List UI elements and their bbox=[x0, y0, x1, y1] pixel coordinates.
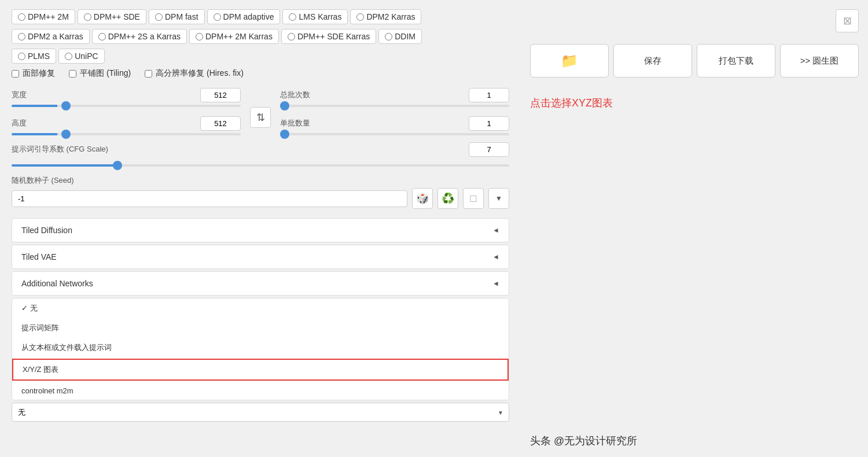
sampler-row-2: DPM2 a Karras DPM++ 2S a Karras DPM++ 2M… bbox=[12, 29, 509, 44]
width-value[interactable] bbox=[200, 88, 241, 102]
generate-button[interactable]: >> 圆生图 bbox=[780, 44, 859, 78]
seed-label: 随机数种子 (Seed) bbox=[12, 175, 509, 186]
save-button[interactable]: 保存 bbox=[613, 44, 692, 78]
width-label-row: 宽度 bbox=[12, 88, 241, 102]
watermark-text: 头条 @无为设计研究所 bbox=[530, 434, 859, 448]
sampler-unipc[interactable]: UniPC bbox=[58, 49, 104, 64]
seed-recycle-button[interactable]: 🎲 bbox=[412, 188, 433, 209]
height-value[interactable] bbox=[200, 116, 241, 131]
sampler-dpm2karras[interactable]: DPM2 Karras bbox=[350, 9, 421, 24]
annotation-text: 点击选择XYZ图表 bbox=[530, 96, 859, 110]
dimension-sliders: 宽度 高度 ⇅ 总批次数 单批数量 bbox=[12, 88, 509, 135]
batch-count-label: 总批次数 bbox=[280, 90, 310, 100]
options-checkboxes: 面部修复 平铺图 (Tiling) 高分辨率修复 (Hires. fix) bbox=[12, 68, 509, 79]
tiled-diffusion-header[interactable]: Tiled Diffusion ◄ bbox=[12, 219, 509, 242]
tiled-diffusion-section: Tiled Diffusion ◄ bbox=[12, 218, 509, 242]
batch-col: 总批次数 单批数量 bbox=[280, 88, 509, 135]
clear-icon: □ bbox=[470, 193, 477, 205]
package-download-button[interactable]: 打包下载 bbox=[697, 44, 775, 78]
cfg-scale-section: 提示词引导系数 (CFG Scale) bbox=[12, 142, 509, 168]
height-slider[interactable] bbox=[12, 133, 241, 135]
script-select-wrapper: 无 bbox=[12, 403, 509, 422]
sampler-dpmadaptive[interactable]: DPM adaptive bbox=[207, 9, 281, 24]
tiled-vae-header[interactable]: Tiled VAE ◄ bbox=[12, 245, 509, 268]
cfg-scale-label: 提示词引导系数 (CFG Scale) bbox=[12, 144, 108, 154]
tiling-checkbox[interactable]: 平铺图 (Tiling) bbox=[69, 68, 131, 79]
seed-reuse-button[interactable]: ♻️ bbox=[437, 188, 458, 209]
tiled-vae-arrow-icon: ◄ bbox=[492, 253, 499, 261]
tiled-vae-section: Tiled VAE ◄ bbox=[12, 245, 509, 269]
top-right-area: ⊠ bbox=[530, 9, 859, 32]
tiled-diffusion-label: Tiled Diffusion bbox=[21, 226, 72, 235]
script-select-row: 无 bbox=[12, 403, 509, 422]
sampler-dpmsde[interactable]: DPM++ SDE bbox=[78, 9, 146, 24]
batch-count-slider[interactable] bbox=[280, 105, 509, 107]
width-label: 宽度 bbox=[12, 90, 27, 100]
menu-item-xyz-chart[interactable]: X/Y/Z 图表 bbox=[12, 359, 509, 381]
menu-item-load-from-text[interactable]: 从文本框或文件载入提示词 bbox=[12, 338, 509, 358]
folder-button[interactable]: 📁 bbox=[530, 44, 609, 78]
image-icon: ⊠ bbox=[843, 14, 852, 27]
batch-count-value[interactable] bbox=[469, 88, 509, 102]
additional-networks-label: Additional Networks bbox=[21, 279, 93, 288]
seed-input[interactable] bbox=[12, 190, 407, 207]
menu-item-none[interactable]: 无 bbox=[12, 298, 509, 318]
main-layout: DPM++ 2M DPM++ SDE DPM fast DPM adaptive… bbox=[0, 0, 868, 457]
sampler-dpm2akarras[interactable]: DPM2 a Karras bbox=[12, 29, 90, 44]
batch-size-value[interactable] bbox=[469, 116, 509, 131]
left-panel: DPM++ 2M DPM++ SDE DPM fast DPM adaptive… bbox=[0, 0, 521, 457]
sampler-dpmsdekarras[interactable]: DPM++ SDE Karras bbox=[281, 29, 376, 44]
sampler-dpm2sakarras[interactable]: DPM++ 2S a Karras bbox=[92, 29, 187, 44]
additional-networks-arrow-icon: ◄ bbox=[492, 279, 499, 288]
right-panel: ⊠ 📁 保存 打包下载 >> 圆生图 点击选择XYZ图表 头条 @无为设计研究所 bbox=[521, 0, 868, 457]
menu-item-prompt-matrix[interactable]: 提示词矩阵 bbox=[12, 318, 509, 338]
seed-extra-dropdown[interactable]: ▼ bbox=[488, 188, 509, 209]
additional-networks-header[interactable]: Additional Networks ◄ bbox=[12, 272, 509, 295]
height-label: 高度 bbox=[12, 118, 27, 128]
sampler-dpm2mkarras[interactable]: DPM++ 2M Karras bbox=[189, 29, 279, 44]
script-dropdown-menu: 无 提示词矩阵 从文本框或文件载入提示词 X/Y/Z 图表 controlnet… bbox=[12, 298, 509, 400]
tiled-vae-label: Tiled VAE bbox=[21, 252, 57, 261]
cfg-scale-slider[interactable] bbox=[12, 164, 509, 167]
additional-networks-section: Additional Networks ◄ bbox=[12, 271, 509, 296]
sampler-ddim[interactable]: DDIM bbox=[378, 29, 422, 44]
chevron-down-icon: ▼ bbox=[495, 194, 502, 202]
seed-section: 随机数种子 (Seed) 🎲 ♻️ □ ▼ bbox=[12, 175, 509, 209]
hires-fix-checkbox[interactable]: 高分辨率修复 (Hires. fix) bbox=[145, 68, 244, 79]
folder-icon: 📁 bbox=[561, 53, 578, 69]
recycle-icon: 🎲 bbox=[416, 192, 429, 205]
batch-size-slider[interactable] bbox=[280, 133, 509, 135]
seed-row: 🎲 ♻️ □ ▼ bbox=[12, 188, 509, 209]
swap-dimensions-button[interactable]: ⇅ bbox=[250, 107, 271, 128]
face-restore-checkbox[interactable]: 面部修复 bbox=[12, 68, 55, 79]
sampler-row-3: PLMS UniPC bbox=[12, 49, 509, 64]
sampler-plms[interactable]: PLMS bbox=[12, 49, 56, 64]
action-buttons: 📁 保存 打包下载 >> 圆生图 bbox=[530, 44, 859, 78]
image-preview-placeholder: ⊠ bbox=[836, 9, 859, 32]
sampler-lmskarras[interactable]: LMS Karras bbox=[282, 9, 348, 24]
width-col: 宽度 高度 bbox=[12, 88, 241, 135]
sampler-row-1: DPM++ 2M DPM++ SDE DPM fast DPM adaptive… bbox=[12, 9, 509, 24]
batch-size-label: 单批数量 bbox=[280, 118, 310, 128]
sampler-dpm2m[interactable]: DPM++ 2M bbox=[12, 9, 75, 24]
sampler-dpmfast[interactable]: DPM fast bbox=[149, 9, 205, 24]
seed-clear-button[interactable]: □ bbox=[463, 188, 484, 209]
width-slider[interactable] bbox=[12, 105, 241, 107]
script-select[interactable]: 无 bbox=[12, 403, 509, 422]
tiled-diffusion-arrow-icon: ◄ bbox=[492, 226, 499, 234]
menu-item-controlnet-m2m[interactable]: controlnet m2m bbox=[12, 382, 509, 400]
green-recycle-icon: ♻️ bbox=[442, 192, 454, 205]
cfg-scale-value[interactable] bbox=[469, 142, 509, 157]
